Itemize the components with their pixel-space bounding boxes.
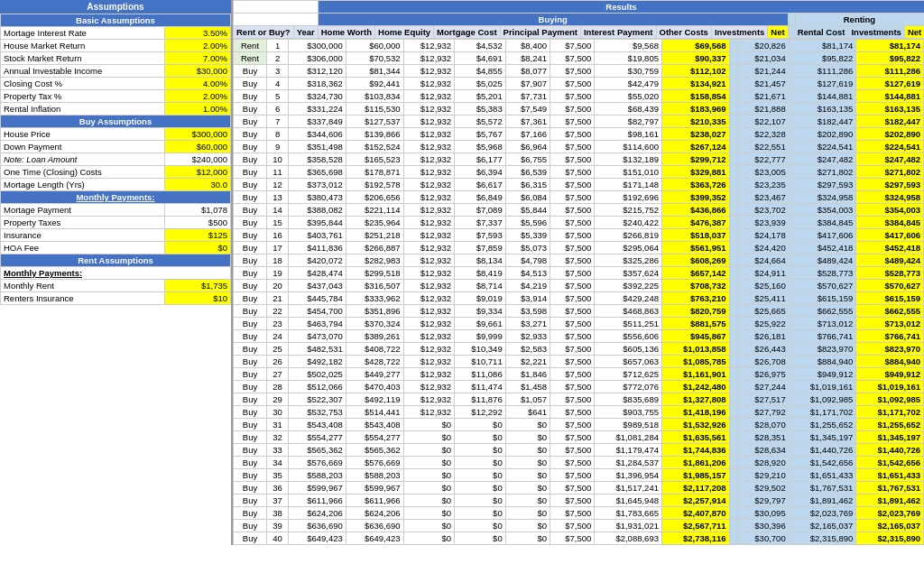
cell-interest: $1,458	[505, 381, 550, 393]
ba-value-2[interactable]: 7.00%	[165, 52, 231, 65]
table-row: Buy 23 $463,794 $370,324 $12,932 $9,661 …	[234, 318, 924, 330]
mbuy-label-2: Insurance	[1, 229, 165, 242]
ba-value-6[interactable]: 1.00%	[165, 103, 231, 116]
ba-value-5[interactable]: 2.00%	[165, 90, 231, 103]
cell-spacer	[729, 431, 738, 444]
cell-year: 13	[267, 191, 289, 204]
cell-interest: $4,219	[505, 280, 550, 292]
cell-principal: $0	[455, 495, 506, 507]
cell-net-buy: $1,635,561	[661, 431, 729, 444]
mbuy-value-3[interactable]: $0	[165, 242, 231, 254]
cell-mortgage-cost: $0	[403, 495, 455, 507]
cell-home-equity: $139,866	[346, 128, 403, 141]
buy-label-4: Mortage Length (Yrs)	[1, 179, 165, 191]
cell-net-buy: $1,861,206	[661, 457, 729, 469]
cell-investments-rent: $354,003	[789, 204, 856, 217]
col-header-rental-cost: Rental Cost	[794, 26, 848, 39]
cell-rental-cost: $27,244	[738, 381, 790, 393]
cell-rent-buy: Buy	[234, 343, 267, 356]
ba-value-4[interactable]: 4.00%	[165, 78, 231, 90]
cell-mortgage-cost: $12,932	[403, 267, 455, 280]
cell-home-worth: $306,000	[289, 52, 346, 65]
ba-value-3[interactable]: $30,000	[165, 65, 231, 78]
cell-net-rent: $224,541	[856, 141, 924, 153]
results-panel: Results Buying Renting Rent or Buy? Year…	[233, 0, 924, 545]
cell-home-equity: $70,532	[346, 52, 403, 65]
cell-home-equity: $370,324	[346, 318, 403, 330]
ba-value-0[interactable]: 3.50%	[165, 27, 231, 40]
buy-value-4[interactable]: 30.0	[165, 179, 231, 191]
ba-value-1[interactable]: 2.00%	[165, 40, 231, 52]
cell-principal: $12,292	[455, 406, 506, 419]
mrent-value-0[interactable]: $1,735	[165, 280, 231, 292]
cell-spacer	[729, 179, 738, 191]
cell-home-worth: $522,307	[289, 393, 346, 406]
cell-rental-cost: $22,551	[738, 141, 790, 153]
cell-year: 31	[267, 419, 289, 431]
cell-home-equity: $81,344	[346, 65, 403, 78]
cell-other-costs: $7,500	[550, 469, 595, 482]
cell-spacer	[729, 469, 738, 482]
table-row: Buy 14 $388,082 $221,114 $12,932 $7,089 …	[234, 204, 924, 217]
cell-home-worth: $437,043	[289, 280, 346, 292]
cell-rent-buy: Buy	[234, 457, 267, 469]
cell-rent-buy: Buy	[234, 204, 267, 217]
cell-year: 17	[267, 242, 289, 254]
cell-net-buy: $238,027	[661, 128, 729, 141]
col-header-principal: Principal Payment	[500, 26, 580, 39]
cell-home-worth: $624,206	[289, 507, 346, 520]
cell-mortgage-cost: $12,932	[403, 90, 455, 103]
mrent-value-1[interactable]: $10	[165, 292, 231, 305]
cell-mortgage-cost: $12,932	[403, 103, 455, 116]
cell-investments-buy: $357,624	[595, 267, 662, 280]
cell-principal: $5,025	[455, 78, 506, 90]
cell-net-buy: $476,387	[661, 217, 729, 229]
cell-other-costs: $7,500	[550, 141, 595, 153]
cell-other-costs: $7,500	[550, 457, 595, 469]
cell-principal: $8,714	[455, 280, 506, 292]
cell-year: 36	[267, 482, 289, 495]
cell-mortgage-cost: $12,932	[403, 191, 455, 204]
cell-home-equity: $235,964	[346, 217, 403, 229]
cell-home-worth: $312,120	[289, 65, 346, 78]
cell-home-worth: $502,025	[289, 368, 346, 381]
cell-investments-rent: $1,542,656	[789, 457, 856, 469]
cell-investments-buy: $605,136	[595, 343, 662, 356]
cell-spacer	[729, 330, 738, 343]
cell-interest: $6,084	[505, 191, 550, 204]
cell-other-costs: $7,500	[550, 191, 595, 204]
cell-interest: $0	[505, 469, 550, 482]
table-row: Buy 22 $454,700 $351,896 $12,932 $9,334 …	[234, 305, 924, 318]
cell-net-buy: $1,744,836	[661, 444, 729, 457]
cell-rent-buy: Buy	[234, 469, 267, 482]
cell-investments-rent: $81,174	[789, 40, 856, 52]
cell-rental-cost: $25,160	[738, 280, 790, 292]
list-item: HOA Fee $0	[1, 242, 231, 254]
cell-investments-rent: $713,012	[789, 318, 856, 330]
cell-spacer	[729, 52, 738, 65]
cell-net-rent: $1,891,462	[856, 495, 924, 507]
cell-net-buy: $518,037	[661, 229, 729, 242]
cell-investments-buy: $712,625	[595, 368, 662, 381]
cell-rental-cost: $24,911	[738, 267, 790, 280]
cell-investments-buy: $55,020	[595, 90, 662, 103]
cell-spacer	[729, 116, 738, 128]
cell-net-buy: $1,161,901	[661, 368, 729, 381]
buy-value-1[interactable]: $60,000	[165, 141, 231, 153]
ba-label-2: Stock Market Return	[1, 52, 165, 65]
cell-principal: $5,968	[455, 141, 506, 153]
buy-value-0[interactable]: $300,000	[165, 128, 231, 141]
cell-spacer	[729, 78, 738, 90]
cell-net-buy: $2,567,711	[661, 520, 729, 532]
cell-mortgage-cost: $12,932	[403, 179, 455, 191]
cell-other-costs: $7,500	[550, 52, 595, 65]
cell-principal: $6,177	[455, 153, 506, 166]
cell-investments-buy: $82,797	[595, 116, 662, 128]
buy-value-3[interactable]: $12,000	[165, 166, 231, 179]
cell-mortgage-cost: $12,932	[403, 78, 455, 90]
cell-principal: $4,855	[455, 65, 506, 78]
cell-home-worth: $358,528	[289, 153, 346, 166]
mbuy-value-2[interactable]: $125	[165, 229, 231, 242]
cell-home-worth: $588,203	[289, 469, 346, 482]
cell-principal: $6,394	[455, 166, 506, 179]
